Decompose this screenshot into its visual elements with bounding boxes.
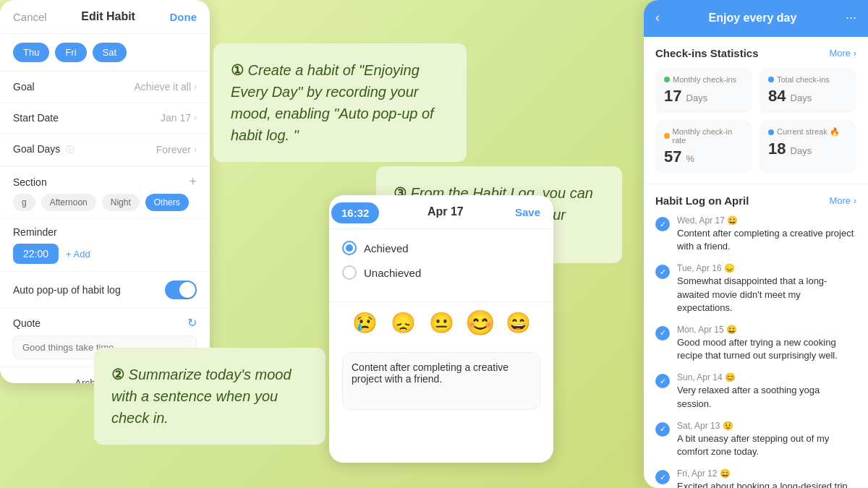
stats-title: Enjoy every day	[709, 12, 797, 25]
mood-disappointed[interactable]: 😞	[391, 311, 416, 335]
day-sat[interactable]: Sat	[93, 43, 127, 62]
checkins-section-title: Check-ins Statistics	[655, 47, 759, 59]
step2-text: ② Summarize today's mood with a sentence…	[111, 364, 308, 429]
info-icon: ⓘ	[66, 145, 75, 155]
green-dot	[664, 77, 670, 82]
monthly-rate-label: Monthly check-in rate	[664, 127, 744, 145]
total-checkins-card: Total check-ins 84 Days	[760, 68, 856, 113]
achieved-label: Achieved	[364, 242, 409, 254]
chevron-right-icon: ›	[194, 82, 197, 92]
checkin-save-button[interactable]: Save	[515, 206, 540, 218]
more-options-button[interactable]: ···	[846, 10, 856, 25]
monthly-checkins-value: 17 Days	[664, 87, 744, 106]
start-date-label: Start Date	[13, 112, 59, 124]
mood-very-happy[interactable]: 😄	[506, 311, 531, 335]
panel-title: Edit Habit	[81, 10, 135, 23]
blue-dot2	[768, 129, 774, 135]
done-button[interactable]: Done	[170, 11, 197, 23]
log-check-1	[655, 265, 670, 279]
log-check-0	[655, 217, 670, 231]
blue-dot	[768, 77, 774, 82]
day-selector: Thu Fri Sat	[0, 34, 210, 72]
checkins-section-header: Check-ins Statistics More ›	[655, 47, 856, 59]
time-indicator: 16:32	[331, 202, 379, 223]
log-text-4: A bit uneasy after stepping out of my co…	[677, 432, 856, 458]
goal-days-row[interactable]: Goal Days ⓘ Forever ›	[0, 134, 210, 166]
day-thu[interactable]: Thu	[13, 43, 49, 62]
goal-row[interactable]: Goal Achieve it all ›	[0, 72, 210, 103]
goal-label: Goal	[13, 81, 35, 93]
log-text-0: Content after completing a creative proj…	[677, 227, 856, 253]
step2-bubble: ② Summarize today's mood with a sentence…	[94, 348, 326, 445]
goal-value: Achieve it all ›	[134, 81, 197, 93]
checkins-stats-section: Check-ins Statistics More › Monthly chec…	[644, 37, 868, 184]
checkin-date: Apr 17	[427, 205, 464, 218]
total-checkins-value: 84 Days	[768, 87, 848, 106]
log-item-3: Sun, Apr 14 😊 Very relaxed after a sooth…	[655, 372, 856, 410]
auto-popup-label: Auto pop-up of habit log	[13, 284, 121, 296]
reminder-label: Reminder	[13, 226, 197, 238]
log-item-5: Fri, Apr 12 😄 Excited about booking a lo…	[655, 468, 856, 488]
mood-happy[interactable]: 😊	[464, 309, 495, 338]
tag-afternoon[interactable]: Afternoon	[41, 194, 96, 211]
unachieved-label: Unachieved	[364, 267, 421, 279]
log-date-4: Sat, Apr 13 😟	[677, 421, 856, 431]
panel-header: Cancel Edit Habit Done	[0, 0, 210, 34]
log-text-1: Somewhat disappointed that a long-awaite…	[677, 275, 856, 314]
log-date-2: Mon, Apr 15 😀	[677, 325, 856, 335]
cancel-button[interactable]: Cancel	[13, 11, 47, 23]
total-checkins-label: Total check-ins	[768, 75, 848, 84]
orange-dot	[664, 133, 670, 139]
log-text-3: Very relaxed after a soothing yoga sessi…	[677, 384, 856, 410]
log-check-4	[655, 422, 670, 437]
monthly-checkins-label: Monthly check-ins	[664, 75, 744, 84]
add-section-button[interactable]: +	[189, 174, 197, 189]
log-check-2	[655, 326, 670, 341]
auto-popup-row: Auto pop-up of habit log	[0, 271, 210, 308]
tag-g[interactable]: g	[13, 194, 35, 211]
reminder-row: Reminder 22:00 + Add	[0, 218, 210, 271]
start-date-value: Jan 17 ›	[161, 112, 197, 124]
log-item-0: Wed, Apr 17 😀 Content after completing a…	[655, 215, 856, 253]
log-check-5	[655, 470, 670, 484]
section-label: Section	[13, 176, 47, 188]
tag-others[interactable]: Others	[145, 194, 189, 211]
monthly-rate-value: 57 %	[664, 147, 744, 166]
monthly-rate-card: Monthly check-in rate 57 %	[655, 120, 752, 174]
log-date-3: Sun, Apr 14 😊	[677, 372, 856, 382]
add-reminder-button[interactable]: + Add	[66, 249, 90, 260]
tag-night[interactable]: Night	[102, 194, 140, 211]
reminder-time[interactable]: 22:00	[13, 244, 59, 264]
chevron-right-icon: ›	[194, 113, 197, 123]
monthly-checkins-card: Monthly check-ins 17 Days	[655, 68, 752, 113]
day-fri[interactable]: Fri	[55, 43, 86, 62]
stats-header: ‹ Enjoy every day ···	[644, 0, 868, 37]
current-streak-card: Current streak 🔥 18 Days	[760, 120, 856, 174]
start-date-row[interactable]: Start Date Jan 17 ›	[0, 103, 210, 134]
checkin-note[interactable]: Content after completing a creative proj…	[342, 352, 540, 410]
log-date-0: Wed, Apr 17 😀	[677, 215, 856, 226]
checkins-more-link[interactable]: More ›	[829, 48, 856, 59]
log-date-1: Tue, Apr 16 😞	[677, 263, 856, 273]
unachieved-option[interactable]: Unachieved	[342, 265, 540, 280]
auto-popup-toggle[interactable]	[165, 281, 197, 299]
habit-log-section: Habit Log on April More › Wed, Apr 17 😀 …	[644, 184, 868, 488]
log-text-2: Good mood after trying a new cooking rec…	[677, 336, 856, 362]
unachieved-radio[interactable]	[342, 265, 357, 280]
step1-text: ① Create a habit of "Enjoying Every Day"…	[231, 59, 449, 146]
mood-sad[interactable]: 😢	[352, 311, 378, 335]
goal-days-value: Forever ›	[156, 144, 197, 155]
mood-selector: 😢 😞 😐 😊 😄	[329, 301, 553, 343]
achieved-option[interactable]: Achieved	[342, 241, 540, 255]
habit-log-more-link[interactable]: More ›	[829, 195, 856, 206]
refresh-icon[interactable]: ↻	[187, 316, 197, 330]
stats-grid: Monthly check-ins 17 Days Total check-in…	[655, 68, 856, 174]
habit-log-header: Habit Log on April More ›	[655, 194, 856, 207]
quote-label: Quote	[13, 317, 41, 329]
chevron-right-icon: ›	[194, 145, 197, 155]
section-header: Section +	[0, 167, 210, 194]
goal-days-label: Goal Days ⓘ	[13, 143, 75, 156]
achieved-radio[interactable]	[342, 241, 357, 255]
back-button[interactable]: ‹	[655, 10, 660, 25]
mood-neutral[interactable]: 😐	[429, 311, 454, 335]
